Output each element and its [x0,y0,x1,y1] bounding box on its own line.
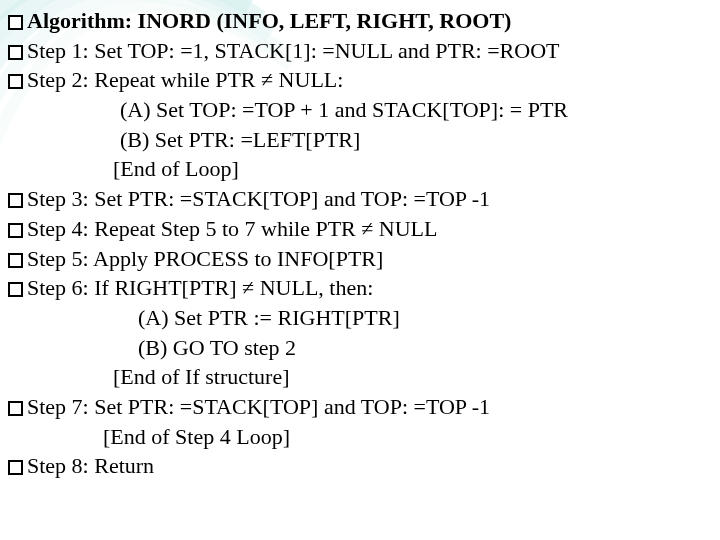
step-text: Step 6: If RIGHT[PTR] ≠ NULL, then: [27,273,373,303]
step-text: (B) Set PTR: =LEFT[PTR] [120,125,360,155]
step-6a-line: (A) Set PTR := RIGHT[PTR] [8,303,712,333]
end-loop-line: [End of Loop] [8,154,712,184]
step-6b-line: (B) GO TO step 2 [8,333,712,363]
step-text: Step 8: Return [27,451,154,481]
step-text: Step 2: Repeat while PTR ≠ NULL: [27,65,343,95]
square-bullet-icon [8,15,23,30]
square-bullet-icon [8,253,23,268]
step-4-line: Step 4: Repeat Step 5 to 7 while PTR ≠ N… [8,214,712,244]
step-2-line: Step 2: Repeat while PTR ≠ NULL: [8,65,712,95]
step-5-line: Step 5: Apply PROCESS to INFO[PTR] [8,244,712,274]
square-bullet-icon [8,45,23,60]
step-6-line: Step 6: If RIGHT[PTR] ≠ NULL, then: [8,273,712,303]
square-bullet-icon [8,74,23,89]
step-3-line: Step 3: Set PTR: =STACK[TOP] and TOP: =T… [8,184,712,214]
end-if-line: [End of If structure] [8,362,712,392]
step-text: [End of Step 4 Loop] [103,422,290,452]
square-bullet-icon [8,223,23,238]
step-2b-line: (B) Set PTR: =LEFT[PTR] [8,125,712,155]
step-8-line: Step 8: Return [8,451,712,481]
algorithm-content: Algorithm: INORD (INFO, LEFT, RIGHT, ROO… [8,6,712,481]
step-1-line: Step 1: Set TOP: =1, STACK[1]: =NULL and… [8,36,712,66]
step-text: (A) Set PTR := RIGHT[PTR] [138,303,400,333]
algo-title: Algorithm: INORD (INFO, LEFT, RIGHT, ROO… [27,6,511,36]
step-7-line: Step 7: Set PTR: =STACK[TOP] and TOP: =T… [8,392,712,422]
step-2a-line: (A) Set TOP: =TOP + 1 and STACK[TOP]: = … [8,95,712,125]
step-text: Step 4: Repeat Step 5 to 7 while PTR ≠ N… [27,214,437,244]
step-text: Step 1: Set TOP: =1, STACK[1]: =NULL and… [27,36,560,66]
square-bullet-icon [8,193,23,208]
square-bullet-icon [8,460,23,475]
end-step4-loop-line: [End of Step 4 Loop] [8,422,712,452]
step-text: Step 7: Set PTR: =STACK[TOP] and TOP: =T… [27,392,490,422]
step-text: [End of If structure] [113,362,290,392]
step-text: (B) GO TO step 2 [138,333,296,363]
algo-title-line: Algorithm: INORD (INFO, LEFT, RIGHT, ROO… [8,6,712,36]
step-text: Step 3: Set PTR: =STACK[TOP] and TOP: =T… [27,184,490,214]
step-text: (A) Set TOP: =TOP + 1 and STACK[TOP]: = … [120,95,568,125]
square-bullet-icon [8,282,23,297]
step-text: [End of Loop] [113,154,239,184]
step-text: Step 5: Apply PROCESS to INFO[PTR] [27,244,383,274]
square-bullet-icon [8,401,23,416]
